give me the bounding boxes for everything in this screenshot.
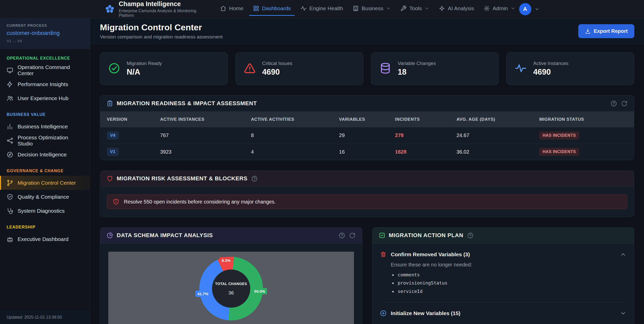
database-icon: [379, 62, 391, 75]
bar-chart-icon: [7, 123, 13, 130]
refresh-icon[interactable]: [621, 100, 627, 107]
stat-cards-row: Migration Ready N/A Critical Issues 4690: [100, 52, 634, 85]
variable-name: provisioningStatus: [397, 279, 627, 287]
avatar[interactable]: A: [519, 3, 531, 15]
shield-icon: [113, 198, 119, 205]
nav-item-admin[interactable]: Admin: [480, 2, 519, 16]
stat-label: Migration Ready: [127, 61, 162, 66]
building-icon: [353, 5, 359, 11]
donut-center-value: 36: [228, 290, 234, 296]
action-plan-body: Confirm Removed Variables (3) Ensure the…: [372, 244, 634, 324]
page-header-text: Migration Control Center Version compari…: [100, 22, 223, 40]
action-item-toggle[interactable]: Confirm Removed Variables (3): [380, 251, 627, 258]
column-header: AVG. AGE (DAYS): [450, 112, 533, 127]
chevron-up-icon[interactable]: [620, 251, 626, 258]
bottom-grid: DATA SCHEMA IMPACT ANALYSIS 8.3%50.0%41.…: [100, 227, 634, 324]
schema-impact-panel: DATA SCHEMA IMPACT ANALYSIS 8.3%50.0%41.…: [100, 227, 362, 324]
sidebar-item-operations-command-center[interactable]: Operations Command Center: [0, 63, 90, 77]
nav-item-engine-health[interactable]: Engine Health: [297, 2, 347, 16]
schema-donut-chart[interactable]: 8.3%50.0%41.7% TOTAL CHANGES 36: [199, 257, 263, 320]
cell-variables: 16: [332, 144, 388, 160]
cell-active-instances: 3923: [154, 144, 244, 160]
donut-slice-label: 50.0%: [252, 288, 267, 294]
help-icon[interactable]: [339, 232, 345, 239]
app-root: Champa Intelligence Enterprise Camunda A…: [0, 0, 644, 324]
action-item-title: Initialize New Variables (15): [391, 310, 461, 316]
nav-item-label: Admin: [493, 5, 508, 11]
sidebar-item-label: Business Intelligence: [18, 124, 68, 130]
sidebar-item-label: Performance Insights: [18, 81, 68, 87]
brand-text: Champa Intelligence Enterprise Camunda A…: [119, 0, 200, 18]
section-label: BUSINESS VALUE: [0, 112, 90, 117]
schema-panel-title: DATA SCHEMA IMPACT ANALYSIS: [117, 232, 213, 239]
sidebar-item-label: Quality & Compliance: [18, 194, 69, 200]
sidebar-item-label: Operations Command Center: [18, 64, 83, 76]
page-subtitle: Version comparison and migration readine…: [100, 34, 223, 40]
stat-text: Variable Changes 18: [398, 61, 436, 77]
sidebar-item-process-optimization-studio[interactable]: Process Optimization Studio: [0, 133, 90, 147]
sidebar-item-user-experience-hub[interactable]: User Experience Hub: [0, 91, 90, 105]
download-icon: [585, 28, 591, 34]
action-item-description: Ensure these are no longer needed:: [391, 262, 627, 268]
sidebar-item-performance-insights[interactable]: Performance Insights: [0, 77, 90, 91]
shield-icon: [107, 176, 113, 182]
sidebar-item-business-intelligence[interactable]: Business Intelligence: [0, 119, 90, 133]
nav-item-business[interactable]: Business: [349, 2, 395, 16]
sidebar-item-label: Decision Intelligence: [18, 152, 67, 158]
flower-logo-icon: [105, 3, 115, 15]
sidebar-item-decision-intelligence[interactable]: Decision Intelligence: [0, 147, 90, 161]
risk-panel: MIGRATION RISK ASSESSMENT & BLOCKERS Res…: [100, 170, 634, 217]
migration-status-badge: HAS INCIDENTS: [539, 131, 579, 140]
readiness-panel: MIGRATION READINESS & IMPACT ASSESSMENT …: [100, 95, 634, 160]
chevron-down-icon[interactable]: [620, 310, 626, 317]
nav-item-label: Dashboards: [262, 5, 291, 11]
brand[interactable]: Champa Intelligence Enterprise Camunda A…: [105, 0, 200, 18]
nav-item-tools[interactable]: Tools: [397, 2, 433, 16]
check-circle-icon: [108, 62, 120, 75]
help-icon[interactable]: [467, 232, 474, 239]
readiness-panel-header: MIGRATION READINESS & IMPACT ASSESSMENT: [100, 96, 634, 112]
current-process-versions: V1 → V4: [7, 39, 83, 43]
sidebar-item-label: Executive Dashboard: [18, 236, 69, 242]
help-icon[interactable]: [251, 176, 258, 182]
donut-slice-label: 41.7%: [195, 290, 211, 297]
migration-status-badge: HAS INCIDENTS: [539, 148, 579, 156]
column-header: VARIABLES: [332, 112, 388, 127]
nav-item-dashboards[interactable]: Dashboards: [249, 2, 295, 16]
cell-avg-age: 24.67: [450, 127, 533, 144]
current-process-name[interactable]: customer-onboarding: [7, 30, 83, 36]
help-icon[interactable]: [611, 100, 617, 107]
column-header: MIGRATION STATUS: [533, 112, 634, 127]
version-badge: V1: [107, 148, 119, 156]
refresh-icon[interactable]: [349, 232, 356, 239]
variable-name: serviceId: [397, 287, 627, 295]
crown-icon: [7, 236, 13, 242]
action-plan-title: MIGRATION ACTION PLAN: [389, 232, 463, 239]
stat-value: 18: [398, 68, 436, 77]
nav-item-home[interactable]: Home: [216, 2, 247, 16]
export-report-button[interactable]: Export Report: [578, 24, 634, 38]
clipboard-icon: [107, 100, 113, 106]
grid-icon: [253, 5, 259, 11]
readiness-table: VERSION ACTIVE INSTANCES ACTIVE ACTIVITI…: [100, 112, 634, 160]
chevron-down-icon: [386, 6, 391, 11]
pulse-icon: [515, 62, 527, 75]
plus-circle-icon: [380, 310, 387, 317]
stat-value: N/A: [127, 68, 162, 77]
users-icon: [7, 95, 13, 102]
pie-chart-icon: [107, 232, 113, 238]
nav-item-ai-analysis[interactable]: AI Analysis: [435, 2, 478, 16]
sidebar-item-migration-control-center[interactable]: Migration Control Center: [0, 176, 90, 190]
sidebar-item-quality-compliance[interactable]: Quality & Compliance: [0, 190, 90, 204]
removed-variables-list: comments provisioningStatus serviceId: [397, 271, 627, 295]
user-menu[interactable]: A: [519, 3, 540, 15]
risk-panel-title: MIGRATION RISK ASSESSMENT & BLOCKERS: [117, 175, 247, 182]
stat-card-active-instances: Active Instances 4690: [506, 52, 634, 85]
donut-slice-label: 8.3%: [220, 257, 232, 264]
sidebar-item-system-diagnostics[interactable]: System Diagnostics: [0, 204, 90, 218]
sidebar-updated-timestamp: Updated: 2025-11-01 13:38:50: [0, 310, 90, 324]
chevron-down-icon: [511, 6, 515, 11]
sidebar-item-executive-dashboard[interactable]: Executive Dashboard: [0, 232, 90, 246]
cell-active-activities: 8: [244, 127, 333, 144]
action-item-toggle[interactable]: Initialize New Variables (15): [380, 310, 627, 317]
